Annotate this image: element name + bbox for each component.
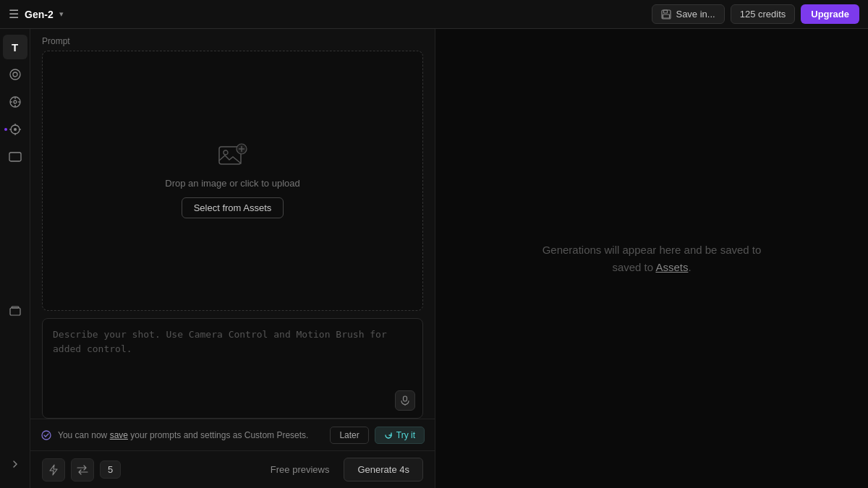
svg-point-3 [10, 69, 20, 80]
brush-icon [9, 68, 22, 81]
sidebar-item-text[interactable]: T [3, 35, 27, 59]
app-title: Gen-2 [25, 9, 54, 20]
preset-icon [41, 429, 52, 441]
lightning-icon [48, 464, 59, 476]
right-panel: Generations will appear here and be save… [435, 29, 868, 488]
sidebar-item-frame[interactable] [3, 145, 27, 169]
svg-point-4 [13, 72, 17, 77]
layers-icon [9, 304, 22, 317]
arrow-right-icon [10, 459, 20, 469]
assets-link[interactable]: Assets [655, 261, 688, 273]
app-header: ☰ Gen-2 ▾ Save in... 125 credits Upgrade [0, 0, 868, 29]
svg-rect-2 [663, 14, 670, 18]
menu-icon[interactable]: ☰ [9, 7, 19, 21]
lightning-button[interactable] [42, 458, 65, 481]
upload-area[interactable]: Drop an image or click to upload Select … [42, 51, 423, 311]
save-icon [661, 9, 671, 20]
text-icon: T [12, 41, 18, 53]
svg-rect-19 [12, 307, 19, 308]
svg-rect-18 [10, 308, 20, 315]
upload-image-icon [218, 143, 247, 169]
left-panel: Prompt Drop an image or click to upload … [30, 29, 435, 488]
main-layout: T [0, 29, 868, 488]
sidebar-item-target[interactable] [3, 90, 27, 114]
refresh-icon [384, 431, 393, 440]
notification-text: You can now save your prompts and settin… [58, 430, 324, 440]
generations-placeholder-text: Generations will appear here and be save… [542, 241, 762, 276]
swap-button[interactable] [71, 458, 94, 481]
free-previews-button[interactable]: Free previews [262, 460, 339, 479]
chevron-down-icon[interactable]: ▾ [59, 9, 64, 19]
svg-rect-17 [9, 153, 21, 161]
svg-rect-26 [404, 396, 407, 401]
sidebar-item-brush[interactable] [3, 62, 27, 87]
notification-bar: You can now save your prompts and settin… [30, 419, 435, 450]
generate-button[interactable]: Generate 4s [344, 458, 423, 481]
try-it-button[interactable]: Try it [375, 427, 425, 444]
swap-icon [77, 465, 88, 475]
prompt-textarea-wrapper [42, 318, 423, 419]
frame-icon [9, 152, 22, 162]
upload-drop-text: Drop an image or click to upload [165, 178, 299, 189]
sidebar-item-layers[interactable] [3, 299, 27, 323]
svg-rect-1 [664, 10, 668, 13]
target-icon [9, 95, 22, 108]
mic-button[interactable] [395, 390, 415, 411]
sidebar: T [0, 29, 30, 488]
prompt-textarea[interactable] [43, 319, 422, 418]
collapse-sidebar-button[interactable] [3, 452, 27, 476]
notification-dot [4, 128, 7, 131]
save-button[interactable]: Save in... [652, 4, 724, 24]
prompt-label: Prompt [30, 29, 435, 51]
header-right: Save in... 125 credits Upgrade [652, 4, 859, 24]
duration-display[interactable]: 5 [100, 461, 121, 479]
select-assets-button[interactable]: Select from Assets [182, 197, 284, 218]
save-link[interactable]: save [110, 430, 128, 440]
header-left: ☰ Gen-2 ▾ [9, 7, 64, 21]
svg-point-12 [14, 128, 17, 131]
mic-icon [401, 395, 409, 406]
sidebar-item-effects[interactable] [3, 117, 27, 142]
svg-point-10 [14, 100, 17, 103]
upgrade-button[interactable]: Upgrade [801, 4, 859, 24]
effects-icon [9, 123, 22, 136]
later-button[interactable]: Later [330, 427, 368, 444]
bottom-toolbar: 5 Free previews Generate 4s [30, 450, 435, 488]
credits-badge: 125 credits [731, 4, 796, 24]
svg-point-22 [224, 150, 228, 155]
